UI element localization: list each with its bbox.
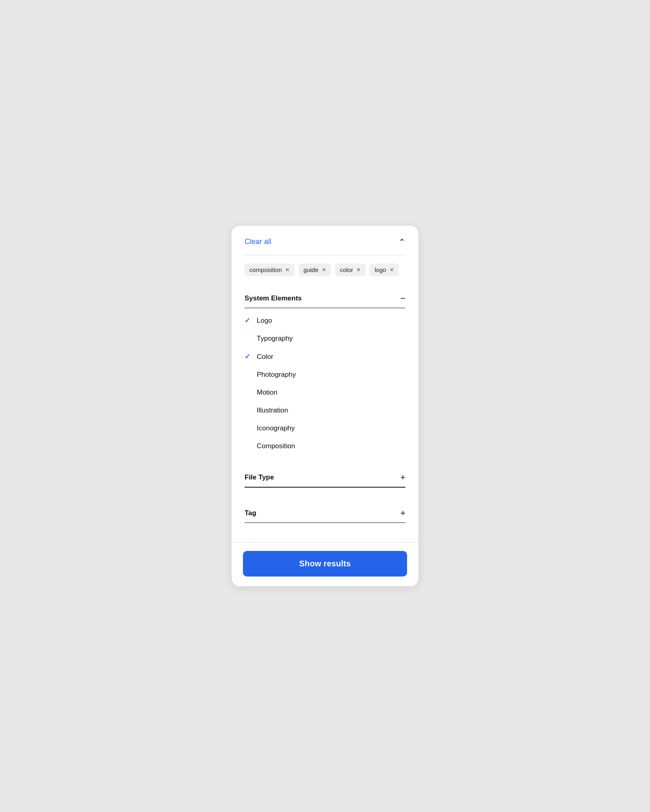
clear-all-button[interactable]: Clear all (245, 238, 271, 246)
system-elements-divider (245, 308, 405, 309)
filter-label-composition: Composition (257, 442, 295, 450)
tag-chip-label: color (340, 266, 353, 273)
filter-item-composition[interactable]: Composition (245, 437, 405, 455)
tag-chip: color ✕ (335, 263, 366, 276)
check-icon-color: ✓ (245, 352, 253, 361)
collapse-icon[interactable]: ⌃ (399, 237, 405, 247)
system-elements-section: System Elements − ✓ Logo Typography ✓ Co… (232, 284, 418, 456)
filter-item-iconography[interactable]: Iconography (245, 419, 405, 437)
filter-label-typography: Typography (257, 335, 293, 343)
tag-chip-label: guide (303, 266, 318, 273)
system-elements-title: System Elements (245, 294, 302, 302)
tag-remove-button[interactable]: ✕ (285, 267, 290, 272)
tag-chip: guide ✕ (299, 263, 331, 276)
modal-footer: Show results (232, 543, 418, 586)
filter-label-motion: Motion (257, 389, 277, 397)
filter-item-color[interactable]: ✓ Color (245, 348, 405, 366)
filter-item-motion[interactable]: Motion (245, 384, 405, 402)
filter-item-photography[interactable]: Photography (245, 366, 405, 384)
filter-label-photography: Photography (257, 371, 296, 379)
tag-toggle[interactable]: + (400, 509, 405, 518)
spacer-1 (232, 455, 418, 463)
tag-remove-button[interactable]: ✕ (322, 267, 326, 272)
check-icon-logo: ✓ (245, 316, 253, 325)
tag-chip-label: composition (249, 266, 282, 273)
filter-label-iconography: Iconography (257, 424, 295, 432)
tag-divider (245, 523, 405, 523)
file-type-toggle[interactable]: + (400, 473, 405, 482)
tag-remove-button[interactable]: ✕ (390, 267, 394, 272)
filter-item-illustration[interactable]: Illustration (245, 402, 405, 419)
modal-header: Clear all ⌃ (232, 226, 418, 255)
tag-header: Tag + (245, 499, 405, 523)
spacer-2 (232, 491, 418, 499)
file-type-header: File Type + (245, 463, 405, 487)
show-results-button[interactable]: Show results (243, 551, 407, 577)
file-type-divider (245, 487, 405, 488)
system-elements-list: ✓ Logo Typography ✓ Color Photography Mo… (245, 311, 405, 455)
file-type-section: File Type + (232, 463, 418, 491)
filter-label-color: Color (257, 353, 273, 361)
tag-chip-label: logo (375, 266, 386, 273)
system-elements-toggle[interactable]: − (400, 294, 405, 303)
filter-label-logo: Logo (257, 317, 272, 325)
active-tags-area: composition ✕ guide ✕ color ✕ logo ✕ (232, 255, 418, 284)
bottom-spacer (232, 526, 418, 542)
filter-item-logo[interactable]: ✓ Logo (245, 311, 405, 330)
tag-title: Tag (245, 509, 256, 517)
filter-label-illustration: Illustration (257, 406, 288, 415)
tag-chip: composition ✕ (245, 263, 295, 276)
system-elements-header: System Elements − (245, 284, 405, 308)
tag-section: Tag + (232, 499, 418, 527)
file-type-title: File Type (245, 473, 274, 482)
tag-chip: logo ✕ (370, 263, 399, 276)
filter-item-typography[interactable]: Typography (245, 330, 405, 348)
tag-remove-button[interactable]: ✕ (356, 267, 361, 272)
filter-modal: Clear all ⌃ composition ✕ guide ✕ color … (232, 226, 418, 587)
